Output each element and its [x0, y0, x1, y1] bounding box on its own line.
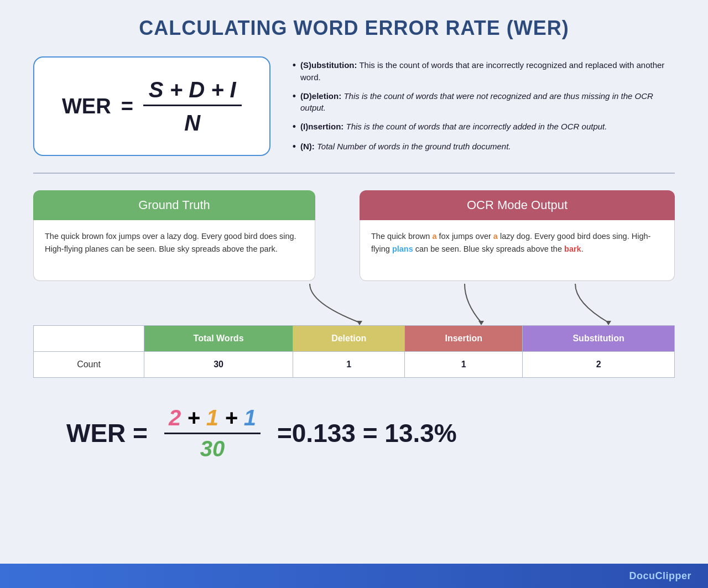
- top-section: WER = S + D + I N • (S)ubstitution: This…: [33, 56, 675, 156]
- ocr-word-a2: a: [493, 232, 498, 241]
- footer-logo-accent: Clipper: [655, 570, 691, 581]
- num-substitution: 2: [169, 405, 181, 430]
- wer-table: Total Words Deletion Insertion Substitut…: [33, 325, 675, 378]
- ocr-word-plans: plans: [392, 244, 413, 253]
- def-bold: (D)eletion:: [300, 91, 341, 101]
- footer-logo: DocuClipper: [629, 570, 691, 582]
- table-cell-total-words: 30: [144, 351, 293, 377]
- num-deletion: 1: [206, 405, 218, 430]
- table-header-empty: [34, 325, 144, 351]
- table-cell-insertion: 1: [405, 351, 523, 377]
- svg-marker-1: [478, 321, 484, 325]
- bottom-result: =0.133 = 13.3%: [277, 418, 457, 448]
- def-substitution: • (S)ubstitution: This is the count of w…: [293, 59, 675, 84]
- table-row: Count 30 1 1 2: [34, 351, 675, 377]
- bottom-formula-section: WER = 2 + 1 + 1 30 =0.133 = 13.3%: [33, 394, 675, 472]
- ground-truth-header: Ground Truth: [33, 190, 315, 220]
- bottom-numerator: 2 + 1 + 1: [164, 405, 261, 434]
- denom-n: 30: [200, 436, 225, 461]
- arrows-svg: [33, 281, 675, 325]
- table-header-total-words: Total Words: [144, 325, 293, 351]
- formula-content: WER = S + D + I N: [62, 77, 242, 136]
- fraction-denominator: N: [184, 108, 200, 136]
- fraction-numerator: S + D + I: [143, 77, 242, 106]
- def-bold: (I)nsertion:: [300, 122, 343, 131]
- def-insertion: • (I)nsertion: This is the count of word…: [293, 121, 675, 134]
- ground-truth-column: Ground Truth The quick brown fox jumps o…: [33, 190, 315, 281]
- bottom-fraction: 2 + 1 + 1 30: [164, 405, 261, 461]
- bullet-icon: •: [293, 119, 296, 134]
- table-header-substitution: Substitution: [523, 325, 675, 351]
- section-divider: [33, 173, 675, 174]
- formula-box: WER = S + D + I N: [33, 56, 270, 156]
- ocr-word-a1: a: [432, 232, 436, 241]
- num-plus2: +: [218, 405, 244, 430]
- svg-marker-2: [606, 321, 611, 325]
- formula-fraction: S + D + I N: [143, 77, 242, 136]
- arrows-area: [33, 281, 675, 325]
- svg-marker-0: [357, 321, 362, 325]
- def-deletion: • (D)eletion: This is the count of words…: [293, 90, 675, 115]
- table-header-deletion: Deletion: [293, 325, 405, 351]
- bullet-icon: •: [293, 139, 296, 154]
- num-insertion: 1: [244, 405, 256, 430]
- formula-equals: =: [121, 95, 133, 118]
- bottom-denominator: 30: [200, 434, 225, 461]
- ground-truth-body: The quick brown fox jumps over a lazy do…: [33, 220, 315, 281]
- table-cell-deletion: 1: [293, 351, 405, 377]
- footer-bar: DocuClipper: [0, 564, 708, 588]
- table-header-insertion: Insertion: [405, 325, 523, 351]
- page-title: CALCULATING WORD ERROR RATE (WER): [33, 17, 675, 40]
- formula-wer-label: WER: [62, 95, 111, 118]
- table-cell-substitution: 2: [523, 351, 675, 377]
- footer-logo-main: Docu: [629, 570, 655, 581]
- bullet-icon: •: [293, 89, 296, 115]
- def-n: • (N): Total Number of words in the grou…: [293, 141, 675, 154]
- main-container: CALCULATING WORD ERROR RATE (WER) WER = …: [0, 0, 708, 588]
- ocr-word-bark: bark: [564, 244, 581, 253]
- ocr-output-body: The quick brown a fox jumps over a lazy …: [360, 220, 675, 281]
- num-plus1: +: [181, 405, 206, 430]
- text-boxes-section: Ground Truth The quick brown fox jumps o…: [33, 190, 675, 325]
- bottom-wer-label: WER =: [66, 418, 148, 448]
- def-bold: (S)ubstitution:: [300, 60, 357, 70]
- bullet-icon: •: [293, 58, 296, 84]
- ocr-output-column: OCR Mode Output The quick brown a fox ju…: [360, 190, 675, 281]
- ocr-output-header: OCR Mode Output: [360, 190, 675, 220]
- ground-truth-text: The quick brown fox jumps over a lazy do…: [45, 232, 296, 253]
- def-bold: (N):: [300, 142, 315, 151]
- definitions-list: • (S)ubstitution: This is the count of w…: [293, 56, 675, 154]
- table-row-label: Count: [34, 351, 144, 377]
